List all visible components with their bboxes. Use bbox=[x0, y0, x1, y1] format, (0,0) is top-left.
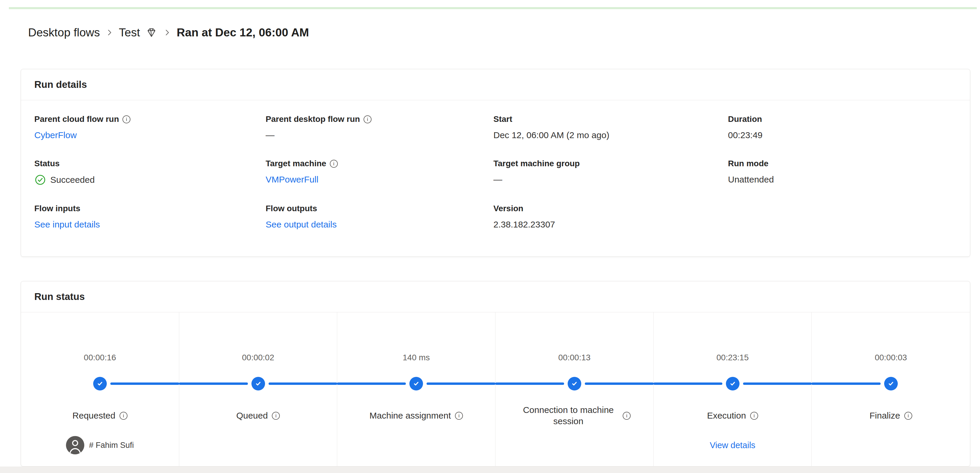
timeline-connector bbox=[811, 382, 880, 385]
success-banner-edge bbox=[9, 7, 977, 9]
info-icon[interactable]: i bbox=[330, 160, 338, 168]
stage-queued: 00:00:02 Queued i bbox=[179, 312, 337, 466]
stage-duration: 00:00:02 bbox=[242, 353, 274, 363]
stage-complete-icon bbox=[93, 377, 107, 390]
field-label: Target machine group bbox=[493, 159, 580, 169]
run-details-card: Run details Parent cloud flow run i Cybe… bbox=[21, 69, 970, 257]
run-status-timeline: 00:00:16 Requested i # Fahim Sufi bbox=[21, 312, 970, 466]
field-target-machine: Target machine i VMPowerFull bbox=[266, 159, 493, 186]
stage-complete-icon bbox=[251, 377, 265, 390]
field-label: Parent desktop flow run bbox=[266, 114, 360, 124]
premium-diamond-icon bbox=[145, 26, 158, 39]
info-icon[interactable]: i bbox=[119, 412, 127, 420]
breadcrumb: Desktop flows Test Ran at Dec 12, 06:00 … bbox=[28, 25, 309, 40]
breadcrumb-desktop-flows[interactable]: Desktop flows bbox=[28, 25, 100, 40]
chevron-right-icon bbox=[105, 29, 114, 37]
target-machine-link[interactable]: VMPowerFull bbox=[266, 174, 318, 185]
field-value: — bbox=[493, 174, 728, 185]
stage-requested: 00:00:16 Requested i # Fahim Sufi bbox=[21, 312, 179, 466]
field-label: Flow inputs bbox=[34, 204, 80, 213]
stage-finalize: 00:00:03 Finalize i bbox=[812, 312, 970, 466]
run-details-title: Run details bbox=[34, 79, 87, 91]
timeline-connector bbox=[337, 382, 406, 385]
field-run-mode: Run mode Unattended bbox=[728, 159, 961, 186]
stage-label: Execution bbox=[707, 410, 746, 421]
field-start: Start Dec 12, 06:00 AM (2 mo ago) bbox=[493, 114, 728, 141]
field-version: Version 2.38.182.23307 bbox=[493, 204, 728, 230]
field-label: Parent cloud flow run bbox=[34, 114, 119, 124]
view-details-link[interactable]: View details bbox=[710, 440, 755, 450]
run-by-user: # Fahim Sufi bbox=[89, 441, 134, 450]
info-icon[interactable]: i bbox=[272, 412, 280, 420]
timeline-connector bbox=[654, 382, 722, 385]
field-flow-outputs: Flow outputs See output details bbox=[266, 204, 493, 230]
chevron-right-icon bbox=[163, 29, 171, 37]
stage-duration: 00:00:13 bbox=[558, 353, 590, 363]
stage-duration: 00:00:16 bbox=[84, 353, 116, 363]
stage-duration: 140 ms bbox=[402, 353, 430, 363]
run-status-title: Run status bbox=[34, 291, 85, 303]
field-value: Dec 12, 06:00 AM (2 mo ago) bbox=[493, 129, 728, 141]
success-check-icon bbox=[34, 174, 46, 186]
stage-execution: 00:23:15 Execution i View details bbox=[654, 312, 812, 466]
see-output-details-link[interactable]: See output details bbox=[266, 219, 337, 230]
run-details-header: Run details bbox=[21, 69, 970, 100]
stage-complete-icon bbox=[726, 377, 740, 390]
stage-label: Connection to machine session bbox=[518, 405, 619, 427]
see-input-details-link[interactable]: See input details bbox=[34, 219, 100, 230]
field-status: Status Succeeded bbox=[34, 159, 266, 186]
field-parent-cloud-flow-run: Parent cloud flow run i CyberFlow bbox=[34, 114, 266, 141]
info-icon[interactable]: i bbox=[123, 115, 130, 123]
info-icon[interactable]: i bbox=[455, 412, 463, 420]
stage-complete-icon bbox=[884, 377, 898, 390]
stage-label: Queued bbox=[236, 410, 268, 421]
timeline-connector bbox=[179, 382, 248, 385]
breadcrumb-current: Ran at Dec 12, 06:00 AM bbox=[177, 25, 309, 40]
field-value: 2.38.182.23307 bbox=[493, 219, 728, 230]
stage-complete-icon bbox=[568, 377, 581, 390]
parent-cloud-flow-run-link[interactable]: CyberFlow bbox=[34, 129, 76, 141]
timeline-connector bbox=[269, 382, 337, 385]
timeline-connector bbox=[743, 382, 812, 385]
field-label: Run mode bbox=[728, 159, 768, 169]
field-label: Target machine bbox=[266, 159, 326, 169]
stage-complete-icon bbox=[409, 377, 423, 390]
field-label: Duration bbox=[728, 114, 762, 124]
field-value: 00:23:49 bbox=[728, 129, 961, 141]
timeline-connector bbox=[110, 382, 179, 385]
stage-connection-to-machine-session: 00:00:13 Connection to machine session i bbox=[495, 312, 654, 466]
field-parent-desktop-flow-run: Parent desktop flow run i — bbox=[266, 114, 493, 141]
timeline-connector bbox=[426, 382, 495, 385]
info-icon[interactable]: i bbox=[623, 412, 631, 420]
field-label: Version bbox=[493, 204, 523, 213]
info-icon[interactable]: i bbox=[364, 115, 372, 123]
field-value: — bbox=[266, 129, 493, 141]
field-flow-inputs: Flow inputs See input details bbox=[34, 204, 266, 230]
stage-duration: 00:00:03 bbox=[875, 353, 907, 363]
timeline-connector bbox=[585, 382, 654, 385]
stage-label: Finalize bbox=[870, 410, 900, 421]
field-duration: Duration 00:23:49 bbox=[728, 114, 961, 141]
timeline-connector bbox=[495, 382, 564, 385]
info-icon[interactable]: i bbox=[904, 412, 912, 420]
page-bottom-strip bbox=[0, 467, 980, 473]
info-icon[interactable]: i bbox=[750, 412, 758, 420]
field-value: Unattended bbox=[728, 174, 961, 185]
stage-label: Machine assignment bbox=[369, 410, 451, 421]
field-target-machine-group: Target machine group — bbox=[493, 159, 728, 186]
status-text: Succeeded bbox=[50, 174, 95, 185]
stage-machine-assignment: 140 ms Machine assignment i bbox=[337, 312, 495, 466]
field-label: Start bbox=[493, 114, 512, 124]
stage-duration: 00:23:15 bbox=[716, 353, 749, 363]
field-label: Flow outputs bbox=[266, 204, 317, 213]
breadcrumb-test[interactable]: Test bbox=[119, 25, 140, 40]
stage-label: Requested bbox=[72, 410, 115, 421]
field-label: Status bbox=[34, 159, 60, 169]
run-details-grid: Parent cloud flow run i CyberFlow Parent… bbox=[21, 100, 970, 230]
run-status-card: Run status 00:00:16 Requested i bbox=[21, 281, 970, 467]
avatar bbox=[66, 436, 84, 454]
run-status-header: Run status bbox=[21, 281, 970, 312]
